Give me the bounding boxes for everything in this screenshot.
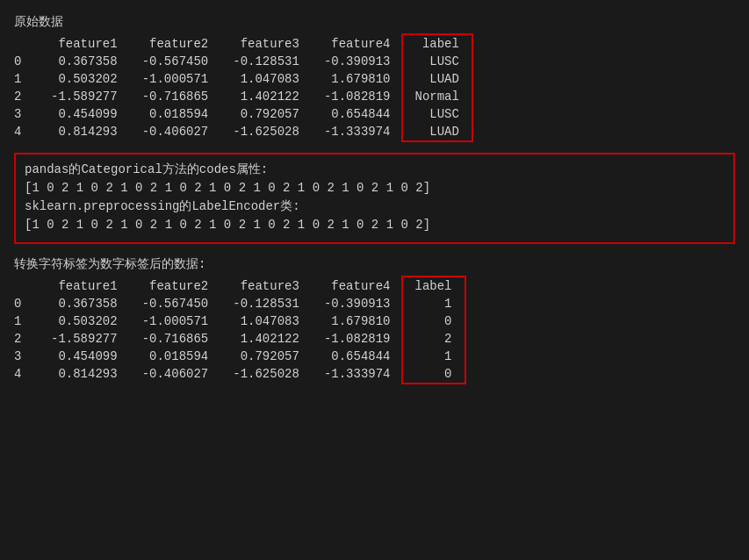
cell-0-1: 0.367358 xyxy=(39,295,130,312)
col-header-2: feature2 xyxy=(130,35,221,53)
cell-2-5: Normal xyxy=(403,88,472,105)
col-header-0 xyxy=(14,277,39,295)
codes-line4: [1 0 2 1 0 2 1 0 2 1 0 2 1 0 2 1 0 2 1 0… xyxy=(25,218,724,232)
col-header-2: feature2 xyxy=(130,277,221,295)
cell-3-1: 0.454099 xyxy=(39,348,130,365)
cell-3-5: 1 xyxy=(403,348,465,365)
cell-4-2: -0.406027 xyxy=(130,365,221,383)
cell-0-4: -0.390913 xyxy=(312,53,403,70)
cell-3-3: 0.792057 xyxy=(220,105,312,123)
cell-2-2: -0.716865 xyxy=(130,88,221,105)
col-header-4: feature4 xyxy=(312,277,403,295)
cell-4-1: 0.814293 xyxy=(39,365,130,383)
col-header-1: feature1 xyxy=(39,277,130,295)
col-header-5: label xyxy=(403,35,472,53)
col-header-3: feature3 xyxy=(220,277,312,295)
cell-3-2: 0.018594 xyxy=(130,348,221,365)
section1-table: feature1feature2feature3feature4label 00… xyxy=(14,35,472,140)
col-header-5: label xyxy=(403,277,465,295)
cell-1-0: 1 xyxy=(14,70,39,88)
table-row: 00.367358-0.567450-0.128531-0.390913LUSC xyxy=(14,53,472,70)
cell-2-3: 1.402122 xyxy=(220,88,312,105)
cell-3-0: 3 xyxy=(14,348,39,365)
section1-table-wrapper: feature1feature2feature3feature4label 00… xyxy=(14,35,735,140)
cell-1-5: LUAD xyxy=(403,70,472,88)
col-header-4: feature4 xyxy=(312,35,403,53)
cell-4-3: -1.625028 xyxy=(220,365,312,383)
cell-0-4: -0.390913 xyxy=(312,295,403,312)
cell-3-0: 3 xyxy=(14,105,39,123)
table-row: 30.4540990.0185940.7920570.6548441 xyxy=(14,348,465,365)
cell-2-0: 2 xyxy=(14,330,39,348)
cell-2-3: 1.402122 xyxy=(220,330,312,348)
cell-2-4: -1.082819 xyxy=(312,330,403,348)
cell-3-4: 0.654844 xyxy=(312,348,403,365)
cell-0-0: 0 xyxy=(14,295,39,312)
cell-1-3: 1.047083 xyxy=(220,312,312,330)
cell-4-2: -0.406027 xyxy=(130,123,221,140)
cell-1-5: 0 xyxy=(403,312,465,330)
table-row: 30.4540990.0185940.7920570.654844LUSC xyxy=(14,105,472,123)
col-header-0 xyxy=(14,35,39,53)
cell-2-5: 2 xyxy=(403,330,465,348)
cell-4-4: -1.333974 xyxy=(312,123,403,140)
section3-table-wrapper: feature1feature2feature3feature4label 00… xyxy=(14,277,735,383)
cell-3-3: 0.792057 xyxy=(220,348,312,365)
table-row: 10.503202-1.0005711.0470831.679810LUAD xyxy=(14,70,472,88)
cell-2-1: -1.589277 xyxy=(39,88,130,105)
cell-3-1: 0.454099 xyxy=(39,105,130,123)
col-header-1: feature1 xyxy=(39,35,130,53)
cell-1-4: 1.679810 xyxy=(312,70,403,88)
cell-4-1: 0.814293 xyxy=(39,123,130,140)
cell-0-5: 1 xyxy=(403,295,465,312)
cell-3-4: 0.654844 xyxy=(312,105,403,123)
cell-2-1: -1.589277 xyxy=(39,330,130,348)
cell-0-0: 0 xyxy=(14,53,39,70)
cell-0-3: -0.128531 xyxy=(220,53,312,70)
cell-1-2: -1.000571 xyxy=(130,70,221,88)
cell-4-0: 4 xyxy=(14,365,39,383)
cell-2-4: -1.082819 xyxy=(312,88,403,105)
cell-0-1: 0.367358 xyxy=(39,53,130,70)
cell-4-3: -1.625028 xyxy=(220,123,312,140)
cell-4-0: 4 xyxy=(14,123,39,140)
cell-3-5: LUSC xyxy=(403,105,472,123)
table-row: 10.503202-1.0005711.0470831.6798100 xyxy=(14,312,465,330)
cell-4-5: LUAD xyxy=(403,123,472,140)
cell-0-2: -0.567450 xyxy=(130,53,221,70)
cell-0-2: -0.567450 xyxy=(130,295,221,312)
section3-title: 转换字符标签为数字标签后的数据: xyxy=(14,256,735,272)
codes-section: pandas的Categorical方法的codes属性: [1 0 2 1 0… xyxy=(14,153,735,244)
cell-4-5: 0 xyxy=(403,365,465,383)
col-header-3: feature3 xyxy=(220,35,312,53)
codes-line2: [1 0 2 1 0 2 1 0 2 1 0 2 1 0 2 1 0 2 1 0… xyxy=(25,181,724,195)
table-row: 2-1.589277-0.7168651.402122-1.0828192 xyxy=(14,330,465,348)
table-row: 00.367358-0.567450-0.128531-0.3909131 xyxy=(14,295,465,312)
cell-1-4: 1.679810 xyxy=(312,312,403,330)
cell-1-2: -1.000571 xyxy=(130,312,221,330)
cell-0-5: LUSC xyxy=(403,53,472,70)
codes-line3: sklearn.preprocessing的LabelEncoder类: xyxy=(25,198,724,214)
section3-table: feature1feature2feature3feature4label 00… xyxy=(14,277,465,383)
cell-0-3: -0.128531 xyxy=(220,295,312,312)
cell-1-1: 0.503202 xyxy=(39,70,130,88)
codes-line1: pandas的Categorical方法的codes属性: xyxy=(25,162,724,177)
cell-2-0: 2 xyxy=(14,88,39,105)
cell-2-2: -0.716865 xyxy=(130,330,221,348)
cell-3-2: 0.018594 xyxy=(130,105,221,123)
table-row: 2-1.589277-0.7168651.402122-1.082819Norm… xyxy=(14,88,472,105)
cell-4-4: -1.333974 xyxy=(312,365,403,383)
cell-1-0: 1 xyxy=(14,312,39,330)
table-row: 40.814293-0.406027-1.625028-1.333974LUAD xyxy=(14,123,472,140)
cell-1-3: 1.047083 xyxy=(220,70,312,88)
cell-1-1: 0.503202 xyxy=(39,312,130,330)
section1-title: 原始数据 xyxy=(14,14,735,30)
table-row: 40.814293-0.406027-1.625028-1.3339740 xyxy=(14,365,465,383)
